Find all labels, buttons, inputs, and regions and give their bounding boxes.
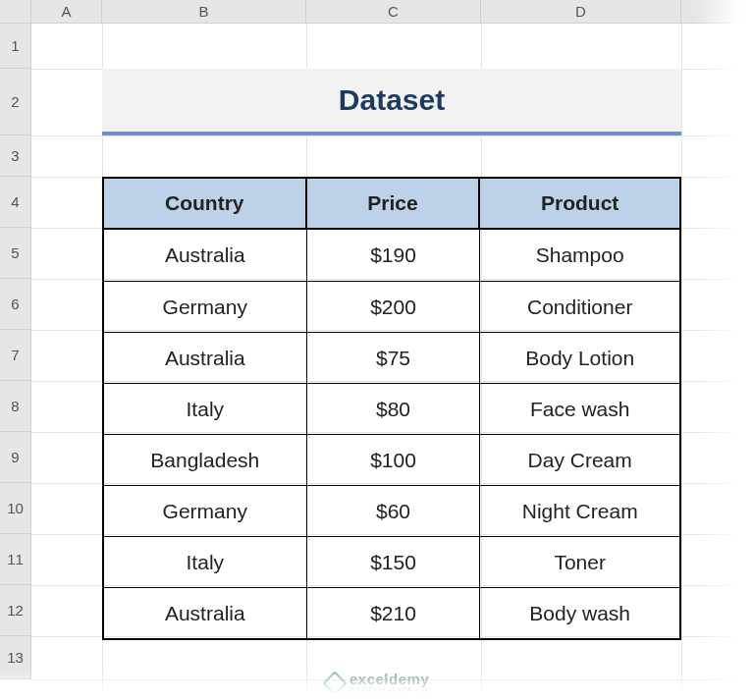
- column-header-D[interactable]: D: [481, 0, 681, 23]
- cell-country[interactable]: Australia: [104, 230, 307, 281]
- cell-product[interactable]: Night Cream: [480, 485, 679, 536]
- cell-price[interactable]: $60: [307, 485, 481, 536]
- cell-product[interactable]: Body Lotion: [480, 332, 679, 383]
- cell-product[interactable]: Toner: [480, 536, 679, 587]
- dataset-title[interactable]: Dataset: [102, 69, 681, 135]
- spreadsheet: A B C D 1 2 3 4 5 6 7 8 9 10 11 12 13: [0, 0, 753, 700]
- cell-country[interactable]: Italy: [104, 536, 307, 587]
- cell-price[interactable]: $210: [307, 587, 481, 638]
- cell-product[interactable]: Body wash: [480, 587, 679, 638]
- table-header-row: Country Price Product: [104, 179, 679, 230]
- table-row: Australia $210 Body wash: [104, 587, 679, 638]
- row-header-4[interactable]: 4: [0, 177, 30, 228]
- watermark-sub: EXCEL · DATA · BI: [350, 686, 432, 694]
- row-header-3[interactable]: 3: [0, 135, 30, 177]
- cell-country[interactable]: Bangladesh: [104, 434, 307, 485]
- table-row: Germany $60 Night Cream: [104, 485, 679, 536]
- row-header-6[interactable]: 6: [0, 279, 30, 330]
- row-header-1[interactable]: 1: [0, 24, 30, 69]
- column-header-B[interactable]: B: [102, 0, 306, 23]
- table-row: Bangladesh $100 Day Cream: [104, 434, 679, 485]
- column-header-C[interactable]: C: [306, 0, 481, 23]
- row-header-2[interactable]: 2: [0, 69, 30, 135]
- data-table: Country Price Product Australia $190 Sha…: [102, 177, 681, 640]
- cell-country[interactable]: Australia: [104, 587, 307, 638]
- table-row: Australia $190 Shampoo: [104, 230, 679, 281]
- cell-country[interactable]: Australia: [104, 332, 307, 383]
- header-product[interactable]: Product: [480, 179, 679, 228]
- header-price[interactable]: Price: [307, 179, 481, 228]
- row-header-12[interactable]: 12: [0, 585, 30, 636]
- cell-price[interactable]: $80: [307, 383, 481, 434]
- row-header-10[interactable]: 10: [0, 483, 30, 534]
- cell-price[interactable]: $75: [307, 332, 481, 383]
- cell-grid[interactable]: Dataset Country Price Product Australia …: [31, 24, 753, 700]
- select-all-corner[interactable]: [0, 0, 31, 23]
- cell-country[interactable]: Germany: [104, 485, 307, 536]
- column-header-rest: [681, 0, 753, 23]
- row-header-strip: 1 2 3 4 5 6 7 8 9 10 11 12 13: [0, 24, 31, 679]
- cell-price[interactable]: $190: [307, 230, 481, 281]
- watermark: exceldemy EXCEL · DATA · BI: [326, 672, 432, 694]
- table-row: Italy $150 Toner: [104, 536, 679, 587]
- cell-country[interactable]: Italy: [104, 383, 307, 434]
- cell-product[interactable]: Face wash: [480, 383, 679, 434]
- header-country[interactable]: Country: [104, 179, 307, 228]
- table-row: Australia $75 Body Lotion: [104, 332, 679, 383]
- watermark-main: exceldemy: [350, 672, 432, 686]
- row-header-8[interactable]: 8: [0, 381, 30, 432]
- cell-price[interactable]: $150: [307, 536, 481, 587]
- cell-product[interactable]: Day Cream: [480, 434, 679, 485]
- row-header-11[interactable]: 11: [0, 534, 30, 585]
- cell-country[interactable]: Germany: [104, 281, 307, 332]
- watermark-icon: [322, 671, 347, 695]
- column-header-A[interactable]: A: [31, 0, 102, 23]
- table-row: Germany $200 Conditioner: [104, 281, 679, 332]
- watermark-text: exceldemy EXCEL · DATA · BI: [350, 672, 432, 694]
- row-header-7[interactable]: 7: [0, 330, 30, 381]
- table-row: Italy $80 Face wash: [104, 383, 679, 434]
- row-header-9[interactable]: 9: [0, 432, 30, 483]
- column-header-row: A B C D: [0, 0, 753, 24]
- cell-price[interactable]: $200: [307, 281, 481, 332]
- row-header-13[interactable]: 13: [0, 636, 30, 679]
- cell-product[interactable]: Conditioner: [480, 281, 679, 332]
- cell-product[interactable]: Shampoo: [480, 230, 679, 281]
- cell-price[interactable]: $100: [307, 434, 481, 485]
- row-header-5[interactable]: 5: [0, 228, 30, 279]
